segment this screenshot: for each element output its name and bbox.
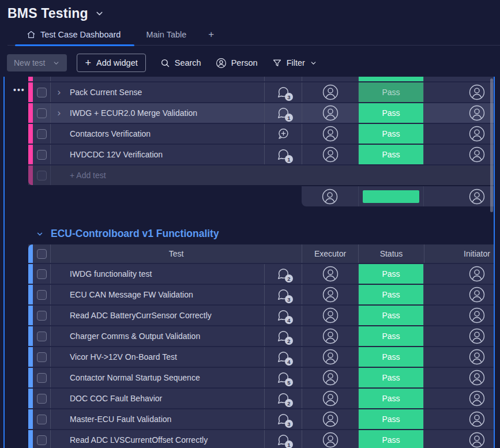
- status-cell[interactable]: Pass: [358, 82, 424, 102]
- conversation-cell[interactable]: [264, 124, 302, 144]
- table-row[interactable]: ›: [28, 77, 495, 82]
- table-row[interactable]: › IWDG + ECUR2.0 Merge Validation 1 Pass: [28, 103, 495, 124]
- table-row[interactable]: › Read ADC LVSCurrentOffset Correctly 1 …: [28, 430, 495, 448]
- tab-test-case-dashboard[interactable]: Test Case Dashboard: [15, 24, 134, 45]
- conversation-cell[interactable]: 1: [264, 430, 302, 448]
- executor-cell[interactable]: [302, 347, 358, 367]
- expand-chevron-icon[interactable]: ›: [57, 88, 61, 97]
- row-checkbox[interactable]: [33, 409, 50, 429]
- table-row[interactable]: › Vicor HV->12V On-Board Test 4 Pass: [28, 347, 495, 368]
- table-row[interactable]: › ECU CAN Message FW Validation 3 Pass: [28, 285, 495, 306]
- test-name-cell[interactable]: › DOC COC Fault Behavior: [50, 389, 264, 408]
- conversation-cell[interactable]: 2: [264, 264, 302, 284]
- add-test-row[interactable]: + Add test: [28, 165, 495, 185]
- executor-cell[interactable]: [302, 389, 358, 408]
- comment-bubble-icon[interactable]: 1: [276, 433, 290, 447]
- executor-cell[interactable]: [302, 264, 358, 284]
- initiator-cell[interactable]: [424, 306, 495, 325]
- status-distribution-cell[interactable]: [358, 186, 424, 206]
- row-checkbox[interactable]: [33, 347, 50, 367]
- executor-summary-cell[interactable]: [302, 186, 358, 206]
- initiator-cell[interactable]: [424, 326, 495, 346]
- row-checkbox[interactable]: [33, 285, 50, 304]
- test-name-cell[interactable]: › Read ADC LVSCurrentOffset Correctly: [50, 430, 264, 448]
- column-header-executor[interactable]: Executor: [302, 244, 358, 263]
- test-name-cell[interactable]: › Master-ECU Fault Validation: [50, 409, 264, 429]
- executor-cell[interactable]: [302, 368, 358, 387]
- status-cell[interactable]: Pass: [358, 389, 424, 408]
- initiator-cell[interactable]: [424, 368, 495, 387]
- initiator-cell[interactable]: [424, 430, 495, 448]
- status-cell[interactable]: Pass: [358, 306, 424, 325]
- executor-cell[interactable]: [302, 285, 358, 304]
- add-view-tab[interactable]: +: [200, 24, 222, 45]
- conversation-cell[interactable]: 1: [264, 145, 302, 164]
- status-cell[interactable]: Pass: [358, 124, 424, 144]
- initiator-cell[interactable]: [424, 389, 495, 408]
- initiator-cell[interactable]: [424, 82, 495, 102]
- test-name-cell[interactable]: › Contactors Verification: [50, 124, 264, 144]
- table-row[interactable]: › Pack Current Sense 3 Pass: [28, 82, 495, 103]
- status-cell[interactable]: Pass: [358, 430, 424, 448]
- table-row[interactable]: › Contactors Verification Pass: [28, 124, 495, 145]
- test-name-cell[interactable]: › Read ADC BatteryCurrSensor Correctly: [50, 306, 264, 325]
- widget-options-menu[interactable]: •••: [13, 85, 25, 95]
- table-row[interactable]: › Read ADC BatteryCurrSensor Correctly 4…: [28, 306, 495, 326]
- initiator-cell[interactable]: [424, 103, 495, 123]
- conversation-cell[interactable]: [264, 77, 302, 81]
- conversation-cell[interactable]: 3: [264, 82, 302, 102]
- row-checkbox[interactable]: [33, 306, 50, 325]
- test-name-cell[interactable]: › Charger Comms & Output Validation: [50, 326, 264, 346]
- comment-bubble-icon[interactable]: 1: [276, 106, 290, 120]
- status-cell[interactable]: Pass: [358, 347, 424, 367]
- initiator-cell[interactable]: [424, 124, 495, 144]
- test-name-cell[interactable]: › ECU CAN Message FW Validation: [50, 285, 264, 304]
- test-name-cell[interactable]: ›: [50, 77, 264, 81]
- row-checkbox[interactable]: [33, 77, 50, 81]
- group-title[interactable]: ECU-Controlboard v1 Functionality: [36, 228, 494, 240]
- comment-bubble-icon[interactable]: 1: [276, 148, 290, 161]
- initiator-cell[interactable]: [424, 409, 495, 429]
- comment-bubble-icon[interactable]: 5: [276, 371, 290, 385]
- executor-cell[interactable]: [302, 103, 358, 123]
- executor-cell[interactable]: [302, 77, 358, 81]
- row-checkbox[interactable]: [33, 389, 50, 408]
- comment-bubble-icon[interactable]: 3: [276, 412, 290, 426]
- test-name-cell[interactable]: › IWDG functionality test: [50, 264, 264, 284]
- executor-cell[interactable]: [302, 82, 358, 102]
- expand-chevron-icon[interactable]: ›: [57, 108, 61, 118]
- status-cell[interactable]: Pass: [358, 264, 424, 284]
- column-header-test[interactable]: Test: [50, 244, 302, 263]
- test-name-cell[interactable]: › Pack Current Sense: [50, 82, 264, 102]
- row-checkbox[interactable]: [33, 326, 50, 346]
- status-cell[interactable]: [358, 77, 424, 81]
- executor-cell[interactable]: [302, 430, 358, 448]
- conversation-cell[interactable]: 2: [264, 389, 302, 408]
- row-checkbox[interactable]: [33, 124, 50, 144]
- collapse-chevron-icon[interactable]: [36, 230, 44, 238]
- row-checkbox[interactable]: [33, 430, 50, 448]
- initiator-cell[interactable]: [424, 285, 495, 304]
- new-test-button[interactable]: New test: [7, 54, 67, 71]
- vertical-scrollbar-thumb[interactable]: [490, 78, 493, 212]
- initiator-summary-cell[interactable]: [424, 186, 495, 206]
- person-filter-button[interactable]: Person: [216, 58, 258, 69]
- comment-bubble-icon[interactable]: 3: [276, 85, 290, 99]
- table-row[interactable]: › DOC COC Fault Behavior 2 Pass: [28, 389, 495, 409]
- search-button[interactable]: Search: [160, 58, 201, 68]
- status-cell[interactable]: Pass: [358, 285, 424, 304]
- comment-bubble-icon[interactable]: 3: [276, 288, 290, 302]
- comment-bubble-icon[interactable]: 2: [276, 329, 290, 343]
- board-title[interactable]: BMS Testing: [7, 6, 88, 21]
- status-cell[interactable]: Pass: [358, 103, 424, 123]
- conversation-cell[interactable]: 3: [264, 409, 302, 429]
- comment-bubble-icon[interactable]: 4: [276, 308, 290, 322]
- row-checkbox[interactable]: [33, 264, 50, 284]
- comment-bubble-icon[interactable]: 2: [276, 391, 290, 405]
- row-checkbox[interactable]: [33, 165, 50, 185]
- tab-main-table[interactable]: Main Table: [134, 24, 200, 45]
- row-checkbox[interactable]: [33, 145, 50, 164]
- test-name-cell[interactable]: › Contactor Normal Startup Sequence: [50, 368, 264, 387]
- table-row[interactable]: › HVDCDC 12V Verification 1 Pass: [28, 145, 495, 165]
- conversation-cell[interactable]: 2: [264, 326, 302, 346]
